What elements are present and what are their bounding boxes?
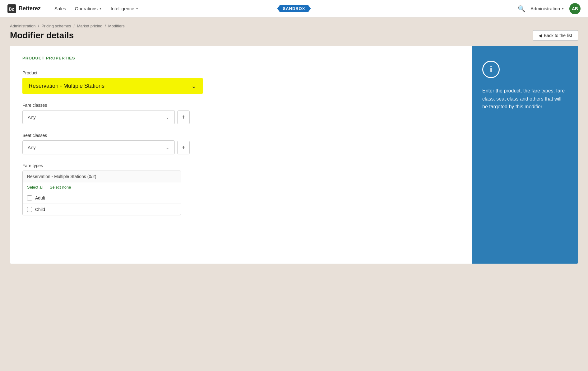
svg-text:Bz: Bz bbox=[9, 7, 14, 12]
seat-classes-label: Seat classes bbox=[22, 133, 460, 138]
seat-classes-row: Any ⌄ + bbox=[22, 140, 460, 154]
topnav-right: 🔍 Administration ▼ AB bbox=[518, 3, 581, 14]
avatar[interactable]: AB bbox=[569, 3, 581, 14]
select-none-link[interactable]: Select none bbox=[50, 185, 71, 190]
info-text: Enter the product, the fare types, fare … bbox=[482, 87, 568, 111]
fare-item-child: Child bbox=[23, 204, 181, 215]
intelligence-chevron-icon: ▼ bbox=[136, 7, 139, 10]
admin-chevron-icon: ▼ bbox=[561, 7, 564, 10]
plus-icon: + bbox=[182, 114, 185, 121]
seat-classes-value: Any bbox=[28, 145, 36, 150]
fare-types-field-group: Fare types Reservation - Multiple Statio… bbox=[22, 163, 460, 215]
fare-adult-label: Adult bbox=[35, 195, 45, 200]
fare-classes-select[interactable]: Any ⌄ bbox=[22, 110, 175, 124]
fare-classes-value: Any bbox=[28, 115, 36, 120]
nav-sales[interactable]: Sales bbox=[51, 3, 70, 14]
nav-intelligence[interactable]: Intelligence ▼ bbox=[107, 3, 142, 14]
fare-types-header: Reservation - Multiple Stations (0/2) bbox=[23, 171, 181, 182]
select-all-link[interactable]: Select all bbox=[27, 185, 44, 190]
seat-classes-chevron-icon: ⌄ bbox=[165, 144, 169, 150]
logo-icon: Bz bbox=[7, 4, 16, 13]
seat-classes-field-group: Seat classes Any ⌄ + bbox=[22, 133, 460, 154]
administration-menu[interactable]: Administration ▼ bbox=[530, 6, 564, 11]
plus-icon-2: + bbox=[182, 144, 185, 151]
fare-classes-field-group: Fare classes Any ⌄ + bbox=[22, 103, 460, 124]
section-title: PRODUCT PROPERTIES bbox=[22, 56, 460, 60]
fare-adult-checkbox[interactable] bbox=[27, 195, 32, 200]
product-value: Reservation - Multiple Stations bbox=[29, 83, 104, 89]
info-panel: i Enter the product, the fare types, far… bbox=[472, 46, 578, 264]
left-panel: PRODUCT PROPERTIES Product Reservation -… bbox=[10, 46, 472, 264]
nav-operations[interactable]: Operations ▼ bbox=[71, 3, 106, 14]
product-select[interactable]: Reservation - Multiple Stations ⌄ bbox=[22, 78, 203, 94]
product-field-group: Product Reservation - Multiple Stations … bbox=[22, 70, 460, 94]
info-icon: i bbox=[482, 61, 500, 78]
sandbox-badge: SANDBOX bbox=[277, 5, 311, 12]
breadcrumb-modifiers[interactable]: Modifiers bbox=[108, 24, 125, 28]
back-arrow-icon: ◀ bbox=[539, 33, 542, 38]
add-fare-class-button[interactable]: + bbox=[177, 110, 190, 124]
operations-chevron-icon: ▼ bbox=[99, 7, 102, 10]
fare-classes-chevron-icon: ⌄ bbox=[165, 114, 169, 120]
fare-classes-row: Any ⌄ + bbox=[22, 110, 460, 124]
add-seat-class-button[interactable]: + bbox=[177, 141, 190, 154]
fare-types-container: Reservation - Multiple Stations (0/2) Se… bbox=[22, 171, 181, 215]
fare-classes-label: Fare classes bbox=[22, 103, 460, 108]
seat-classes-select[interactable]: Any ⌄ bbox=[22, 140, 175, 154]
back-to-list-button[interactable]: ◀ Back to the list bbox=[533, 30, 578, 41]
page-title: Modifier details bbox=[10, 31, 74, 40]
fare-child-checkbox[interactable] bbox=[27, 207, 32, 212]
fare-item-adult: Adult bbox=[23, 192, 181, 204]
logo[interactable]: Bz Betterez bbox=[7, 4, 41, 13]
search-button[interactable]: 🔍 bbox=[518, 5, 525, 12]
breadcrumb-admin[interactable]: Administration bbox=[10, 24, 35, 28]
fare-child-label: Child bbox=[35, 207, 45, 212]
product-label: Product bbox=[22, 70, 460, 75]
breadcrumb: Administration / Pricing schemes / Marke… bbox=[10, 24, 578, 28]
breadcrumb-pricing[interactable]: Pricing schemes bbox=[41, 24, 71, 28]
fare-types-label: Fare types bbox=[22, 163, 460, 168]
product-chevron-icon: ⌄ bbox=[191, 82, 197, 90]
page-header: Administration / Pricing schemes / Marke… bbox=[0, 17, 588, 46]
logo-text: Betterez bbox=[19, 5, 41, 12]
fare-types-actions: Select all Select none bbox=[23, 182, 181, 192]
top-navigation: Bz Betterez Sales Operations ▼ Intellige… bbox=[0, 0, 588, 17]
breadcrumb-market[interactable]: Market pricing bbox=[77, 24, 102, 28]
main-content: PRODUCT PROPERTIES Product Reservation -… bbox=[0, 46, 588, 274]
